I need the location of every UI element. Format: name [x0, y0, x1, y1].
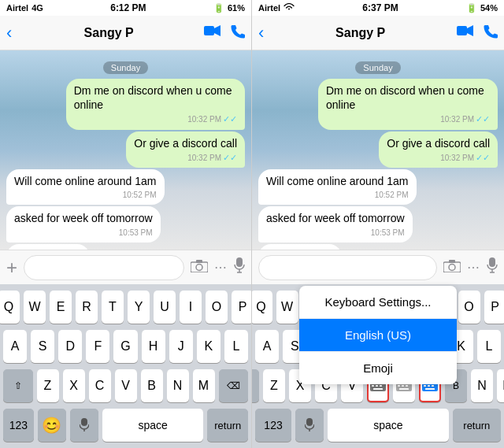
chevron-left-icon: ‹ [6, 23, 12, 43]
add-icon-left[interactable]: + [6, 257, 17, 279]
key-r-left[interactable]: R [76, 291, 98, 324]
num-key-left[interactable]: 123 [3, 409, 34, 442]
key-q-left[interactable]: Q [0, 291, 20, 324]
key-j-left[interactable]: J [169, 330, 193, 363]
time-right: 6:37 PM [362, 2, 398, 13]
svg-rect-5 [236, 257, 243, 267]
key-m-right[interactable]: M [497, 369, 504, 402]
key-u-left[interactable]: U [154, 291, 176, 324]
key-w-right[interactable]: W [276, 291, 298, 324]
kb-row-4-right: 123 space return [255, 409, 501, 442]
time-text: 10:32 PM [187, 114, 221, 124]
svg-rect-4 [196, 260, 202, 263]
camera-icon-left[interactable] [191, 258, 208, 276]
svg-rect-25 [373, 388, 383, 390]
key-d-left[interactable]: D [58, 330, 82, 363]
svg-rect-10 [457, 26, 467, 35]
popup-emoji[interactable]: Emoji [299, 352, 457, 384]
msg-out-1-left: Dm me on discord when u come online 10:3… [66, 79, 245, 130]
key-v-left[interactable]: V [115, 369, 137, 402]
popup-english-us[interactable]: English (US) [299, 319, 457, 352]
svg-rect-0 [204, 26, 214, 35]
space-key-left[interactable]: space [102, 409, 204, 442]
back-button-right[interactable]: ‹ [258, 23, 264, 43]
mic-icon-right[interactable] [487, 257, 498, 277]
key-q-right[interactable]: Q [252, 291, 272, 324]
key-c-left[interactable]: C [89, 369, 111, 402]
popup-keyboard-settings[interactable]: Keyboard Settings... [299, 286, 457, 319]
kb-row-3-left: ⇧ Z X C V B N M ⌫ [3, 369, 248, 402]
key-t-left[interactable]: T [102, 291, 124, 324]
day-sunday-right: Sunday [258, 60, 498, 74]
key-l-right[interactable]: L [477, 330, 501, 363]
camera-icon-right[interactable] [443, 258, 461, 276]
msg-text: Will come online around 1am [14, 175, 157, 187]
delete-key-left[interactable]: ⌫ [219, 369, 249, 402]
num-key-right[interactable]: 123 [255, 409, 291, 442]
return-key-right[interactable]: return [453, 409, 501, 442]
key-f-left[interactable]: F [86, 330, 109, 363]
time-text: 10:32 PM [440, 153, 474, 163]
more-icon-left[interactable]: ⋯ [214, 260, 228, 275]
key-n-right[interactable]: N [471, 369, 493, 402]
msg-in-1-left: Will come online around 1am 10:52 PM [6, 169, 165, 205]
key-p-left[interactable]: P [232, 291, 252, 324]
mic-key-left[interactable] [70, 409, 98, 442]
messages-right: Sunday Dm me on discord when u come onli… [252, 50, 504, 250]
key-h-left[interactable]: H [142, 330, 165, 363]
key-i-left[interactable]: I [180, 291, 202, 324]
key-l-left[interactable]: L [224, 330, 248, 363]
key-w-left[interactable]: W [24, 291, 46, 324]
nav-bar-right: ‹ Sangy P [252, 16, 504, 50]
battery-icon-right: 🔋 [466, 3, 477, 13]
ticks: ✓✓ [223, 152, 237, 163]
svg-rect-30 [398, 385, 400, 387]
left-panel: Airtel 4G 6:12 PM 🔋 61% ‹ Sangy P Sunday [0, 0, 252, 448]
call-icon-right[interactable] [484, 24, 498, 42]
key-g-left[interactable]: G [113, 330, 137, 363]
key-m-left[interactable]: M [193, 369, 215, 402]
key-b-left[interactable]: B [141, 369, 163, 402]
svg-rect-32 [406, 385, 408, 387]
key-z-right[interactable]: Z [263, 369, 285, 402]
message-input-right[interactable] [258, 255, 437, 280]
key-o-left[interactable]: O [206, 291, 228, 324]
shift-key-left[interactable]: ⇧ [3, 369, 33, 402]
msg-text: asked for week off tomorrow [266, 212, 405, 224]
back-button-left[interactable]: ‹ [6, 23, 13, 43]
msg-in-3-right: Didn't get one 10:54 PM [258, 244, 342, 250]
video-icon-right[interactable] [457, 24, 474, 42]
key-y-left[interactable]: Y [128, 291, 150, 324]
ticks: ✓✓ [476, 113, 490, 124]
key-z-left[interactable]: Z [37, 369, 59, 402]
key-a-left[interactable]: A [3, 330, 27, 363]
key-p-right[interactable]: P [484, 291, 505, 324]
right-panel: Airtel 6:37 PM 🔋 54% ‹ Sangy P Su [252, 0, 504, 448]
status-bar-left: Airtel 4G 6:12 PM 🔋 61% [0, 0, 251, 16]
key-n-left[interactable]: N [167, 369, 189, 402]
key-e-left[interactable]: E [50, 291, 72, 324]
svg-rect-39 [428, 385, 430, 387]
svg-rect-15 [489, 257, 495, 267]
key-x-left[interactable]: X [63, 369, 85, 402]
msg-text: Will come online around 1am [266, 175, 409, 187]
key-s-left[interactable]: S [31, 330, 54, 363]
key-o-right[interactable]: O [458, 291, 480, 324]
svg-rect-22 [372, 385, 374, 387]
carrier-left: Airtel [6, 3, 28, 13]
mic-icon-left[interactable] [234, 257, 245, 277]
shift-key-right[interactable]: ⇧ [252, 369, 259, 402]
key-k-left[interactable]: K [197, 330, 220, 363]
key-a-right[interactable]: A [255, 330, 279, 363]
emoji-key-left[interactable]: 😊 [38, 409, 66, 442]
mic-key-right[interactable] [295, 409, 324, 442]
message-input-left[interactable] [24, 255, 184, 280]
more-icon-right[interactable]: ⋯ [467, 260, 480, 275]
video-icon-left[interactable] [204, 24, 221, 42]
time-text: 10:52 PM [375, 190, 409, 200]
status-left-right: Airtel [258, 3, 295, 13]
call-icon-left[interactable] [231, 24, 245, 42]
space-key-right[interactable]: space [328, 409, 449, 442]
return-key-left[interactable]: return [207, 409, 248, 442]
input-bar-left: + ⋯ [0, 250, 251, 284]
